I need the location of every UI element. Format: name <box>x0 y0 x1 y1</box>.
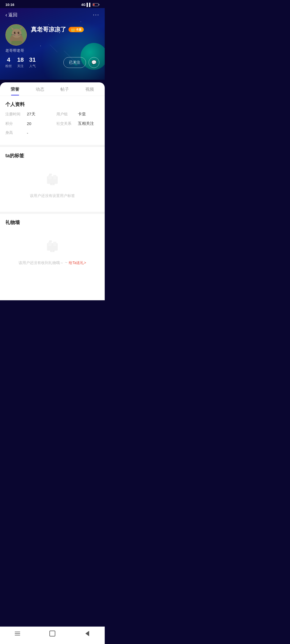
popularity-label: 人气 <box>29 64 36 68</box>
stats-row: 4 粉丝 18 关注 31 人气 已关注 💬 <box>5 56 99 68</box>
bio: 老哥帮老哥 <box>5 48 99 53</box>
svg-point-2 <box>12 29 21 38</box>
back-chevron-icon: ‹ <box>5 12 7 17</box>
score-value: 20 <box>27 121 48 126</box>
tab-dynamic[interactable]: 动态 <box>28 82 53 96</box>
tags-title: ta的标签 <box>5 152 99 159</box>
avatar-container <box>5 24 27 46</box>
svg-rect-28 <box>50 240 52 242</box>
following-stat[interactable]: 18 关注 <box>17 56 24 68</box>
following-count: 18 <box>17 56 24 63</box>
back-button[interactable]: ‹ 返回 <box>5 12 17 18</box>
tab-honor[interactable]: 荣誉 <box>3 82 28 96</box>
score-label: 积分 <box>5 121 27 126</box>
nav-bar: ‹ 返回 ··· <box>0 8 105 21</box>
svg-rect-21 <box>50 174 52 175</box>
svg-rect-16 <box>48 175 52 179</box>
height-value: - <box>27 131 99 135</box>
svg-rect-27 <box>49 240 50 244</box>
crown-icon: 👑 <box>71 27 75 32</box>
svg-rect-19 <box>52 184 53 185</box>
gift-title: 礼物墙 <box>5 219 99 226</box>
vip-label: 卡皇 <box>76 28 82 32</box>
vip-badge: 👑 卡皇 <box>68 27 84 32</box>
svg-point-5 <box>14 32 16 34</box>
svg-rect-20 <box>49 174 50 177</box>
username: 真老哥凉凉了 <box>31 25 66 34</box>
message-button[interactable]: 💬 <box>89 57 99 68</box>
svg-point-8 <box>19 32 19 33</box>
profile-header: ‹ 返回 ··· <box>0 8 105 80</box>
reg-time-label: 注册时间 <box>5 112 27 117</box>
following-label: 关注 <box>17 64 24 68</box>
personal-info-title: 个人资料 <box>5 101 99 108</box>
tags-empty-text: 该用户还没有设置用户标签 <box>5 193 99 198</box>
avatar-image <box>6 25 26 45</box>
gift-link[interactable]: 给Ta送礼> <box>69 261 86 265</box>
reg-time-value: 27天 <box>27 112 48 117</box>
social-label: 社交关系 <box>56 121 78 126</box>
time: 10:16 <box>5 3 14 7</box>
social-value: 互相关注 <box>78 121 99 126</box>
svg-rect-26 <box>52 251 53 251</box>
height-label: 身高 <box>5 130 27 135</box>
gift-section: 礼物墙 该用户还没有收到礼物哦～ ~ 给Ta送礼> <box>0 214 105 279</box>
content-area: 荣誉 动态 帖子 视频 个人资料 注册时间 27天 用户组 卡皇 积分 20 社… <box>0 82 105 300</box>
fans-label: 粉丝 <box>5 64 12 68</box>
gift-empty-icon <box>5 238 99 257</box>
tags-empty: 该用户还没有设置用户标签 <box>5 163 99 206</box>
tab-videos[interactable]: 视频 <box>77 82 102 96</box>
popularity-stat[interactable]: 31 人气 <box>29 56 35 68</box>
user-group-label: 用户组 <box>56 112 78 117</box>
gift-empty: 该用户还没有收到礼物哦～ ~ 给Ta送礼> <box>5 230 99 273</box>
profile-section: 真老哥凉凉了 👑 卡皇 老哥帮老哥 4 粉丝 18 关注 31 人 <box>0 21 105 74</box>
info-row-1: 注册时间 27天 用户组 卡皇 <box>5 112 99 117</box>
tabs: 荣誉 动态 帖子 视频 <box>0 82 105 96</box>
popularity-count: 31 <box>29 56 35 63</box>
fans-stat[interactable]: 4 粉丝 <box>5 56 12 68</box>
info-row-2: 积分 20 社交关系 互相关注 <box>5 121 99 126</box>
status-icons: 4G ▌▌ <box>81 3 99 7</box>
follow-button[interactable]: 已关注 <box>63 57 86 68</box>
action-buttons: 已关注 💬 <box>63 57 99 68</box>
signal-text: 4G <box>81 3 86 7</box>
fans-count: 4 <box>5 56 12 63</box>
personal-info-section: 个人资料 注册时间 27天 用户组 卡皇 积分 20 社交关系 互相关注 身高 … <box>0 96 105 145</box>
svg-point-9 <box>16 34 17 35</box>
wifi-icon: ▌▌ <box>87 3 92 7</box>
more-button[interactable]: ··· <box>93 11 99 18</box>
battery-icon <box>93 3 99 6</box>
message-icon: 💬 <box>91 60 97 65</box>
divider-2 <box>0 212 105 214</box>
svg-rect-17 <box>53 175 56 179</box>
tags-empty-icon <box>5 171 99 190</box>
tab-posts[interactable]: 帖子 <box>52 82 77 96</box>
info-row-3: 身高 - <box>5 130 99 135</box>
avatar <box>5 24 27 46</box>
back-label: 返回 <box>8 12 17 18</box>
svg-point-6 <box>18 32 19 34</box>
svg-rect-23 <box>48 242 52 246</box>
username-section: 真老哥凉凉了 👑 卡皇 <box>31 24 84 34</box>
svg-rect-14 <box>11 41 22 46</box>
svg-point-7 <box>15 32 15 33</box>
status-bar: 10:16 4G ▌▌ <box>0 0 105 8</box>
svg-rect-24 <box>53 242 56 246</box>
divider-1 <box>0 145 105 147</box>
tags-section: ta的标签 该用户还没有设置用户标签 <box>0 147 105 212</box>
gift-empty-text: 该用户还没有收到礼物哦～ ~ 给Ta送礼> <box>5 260 99 265</box>
profile-top: 真老哥凉凉了 👑 卡皇 <box>5 24 99 46</box>
user-group-value: 卡皇 <box>78 112 99 117</box>
